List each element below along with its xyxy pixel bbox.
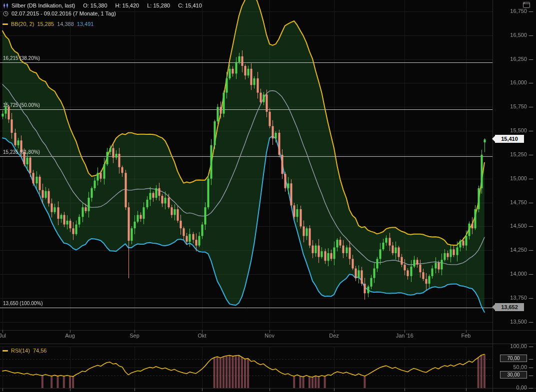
ohlc-close: C: 15,410: [178, 2, 202, 8]
ohlc-low: L: 15,280: [147, 2, 170, 8]
rsi-tick-label: 30,00: [500, 371, 527, 379]
bb-name: BB(20, 2): [11, 21, 34, 27]
rsi-tick-label: 100,00: [494, 343, 527, 349]
rsi-legend-icon: [2, 350, 8, 352]
bb-legend[interactable]: BB(20, 2) 15,285 14,388 13,491: [2, 21, 94, 27]
rsi-axis[interactable]: 100,0070,0050,0030,000,00: [494, 0, 536, 392]
ohlc-low-label: L:: [147, 2, 152, 8]
bb-legend-icon: [2, 23, 8, 25]
rsi-tick-label: 0,00: [494, 385, 527, 391]
ohlc-high: H: 15,420: [116, 2, 140, 8]
date-range: 02.07.2015 - 09.02.2016 (7 Monate, 1 Tag…: [12, 10, 116, 16]
rsi-tick-label: 50,00: [494, 364, 527, 370]
rsi-tick-label: 70,00: [500, 355, 527, 362]
ohlc-close-label: C:: [178, 2, 184, 8]
panel-menu-icon[interactable]: [523, 2, 530, 8]
date-range-row: 02.07.2015 - 09.02.2016 (7 Monate, 1 Tag…: [3, 10, 116, 16]
ohlc-open-value: 15,380: [90, 2, 108, 8]
ohlc-low-value: 15,280: [153, 2, 170, 8]
chart-window: Silber (DB Indikation, last) O: 15,380 H…: [0, 0, 536, 392]
bb-lower-value: 13,491: [77, 21, 94, 27]
chart-title: Silber (DB Indikation, last): [12, 2, 75, 8]
ohlc-open-label: O:: [83, 2, 89, 8]
last-price-tag: 15,410: [495, 135, 524, 143]
ohlc-close-value: 15,410: [185, 2, 202, 8]
bb-upper-value: 15,285: [37, 21, 54, 27]
instrument-icon: [3, 3, 8, 8]
ohlc-high-label: H:: [116, 2, 121, 8]
rsi-name: RSI(14): [11, 348, 30, 354]
ohlc-open: O: 15,380: [83, 2, 107, 8]
ohlc-high-value: 15,420: [122, 2, 140, 8]
rsi-legend[interactable]: RSI(14) 74,56: [2, 348, 46, 354]
fib-level-tag: 13,652: [495, 303, 524, 311]
price-chart-canvas[interactable]: [0, 0, 536, 392]
clock-icon: [3, 11, 8, 16]
bb-middle-value: 14,388: [57, 21, 74, 27]
rsi-value: 74,56: [33, 348, 47, 354]
chart-header[interactable]: Silber (DB Indikation, last) O: 15,380 H…: [3, 2, 202, 8]
